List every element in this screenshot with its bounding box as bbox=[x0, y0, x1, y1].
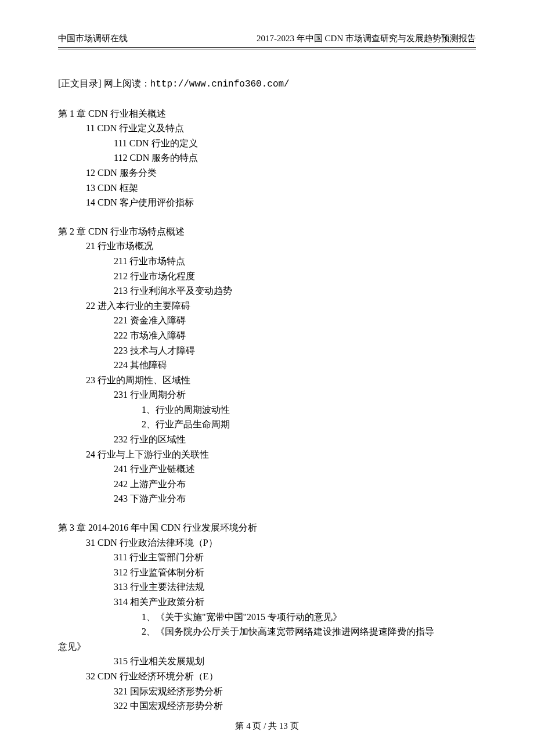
toc-entry: 241 行业产业链概述 bbox=[114, 462, 476, 477]
footer-prefix: 第 bbox=[235, 721, 246, 730]
toc-chapter: 第 2 章 CDN 行业市场特点概述21 行业市场概况211 行业市场特点212… bbox=[58, 224, 476, 506]
toc-entry: 13 CDN 框架 bbox=[86, 181, 476, 196]
toc-chapter-title: 第 1 章 CDN 行业相关概述 bbox=[58, 106, 476, 121]
toc-entry: 1、《关于实施"宽带中国"2015 专项行动的意见》 bbox=[142, 610, 476, 625]
page-header: 中国市场调研在线 2017-2023 年中国 CDN 市场调查研究与发展趋势预测… bbox=[58, 31, 476, 46]
toc-entry: 1、行业的周期波动性 bbox=[142, 402, 476, 417]
footer-total-pages: 13 bbox=[279, 721, 288, 730]
toc-entry: 意见》 bbox=[58, 639, 476, 654]
intro-label: [正文目录] 网上阅读： bbox=[58, 78, 150, 88]
intro-url[interactable]: http://www.cninfo360.com/ bbox=[150, 79, 290, 89]
toc-entry: 32 CDN 行业经济环境分析（E） bbox=[86, 669, 476, 684]
toc-entry: 211 行业市场特点 bbox=[114, 254, 476, 269]
toc-entry: 2、《国务院办公厅关于加快高速宽带网络建设推进网络提速降费的指导 bbox=[142, 624, 476, 639]
toc-entry: 213 行业利润水平及变动趋势 bbox=[114, 283, 476, 298]
toc-container: 第 1 章 CDN 行业相关概述11 CDN 行业定义及特点111 CDN 行业… bbox=[58, 106, 476, 714]
header-rule-thin bbox=[58, 49, 476, 49]
toc-entry: 212 行业市场化程度 bbox=[114, 269, 476, 284]
footer-current-page: 4 bbox=[246, 721, 251, 730]
toc-entry: 322 中国宏观经济形势分析 bbox=[114, 699, 476, 714]
toc-entry: 2、行业产品生命周期 bbox=[142, 417, 476, 432]
toc-entry: 22 进入本行业的主要障碍 bbox=[86, 298, 476, 314]
intro-line: [正文目录] 网上阅读：http://www.cninfo360.com/ bbox=[58, 76, 476, 92]
toc-entry: 12 CDN 服务分类 bbox=[86, 165, 476, 181]
toc-entry: 31 CDN 行业政治法律环境（P） bbox=[86, 535, 476, 550]
toc-entry: 11 CDN 行业定义及特点 bbox=[86, 121, 476, 136]
toc-entry: 242 上游产业分布 bbox=[114, 477, 476, 492]
toc-entry: 232 行业的区域性 bbox=[114, 432, 476, 447]
toc-entry: 222 市场准入障碍 bbox=[114, 328, 476, 343]
toc-entry: 21 行业市场概况 bbox=[86, 239, 476, 254]
toc-chapter-title: 第 3 章 2014-2016 年中国 CDN 行业发展环境分析 bbox=[58, 520, 476, 535]
page-footer: 第 4 页 / 共 13 页 bbox=[0, 719, 534, 733]
toc-entry: 311 行业主管部门分析 bbox=[114, 550, 476, 565]
footer-mid: 页 / 共 bbox=[251, 721, 279, 730]
toc-entry: 221 资金准入障碍 bbox=[114, 313, 476, 328]
header-left: 中国市场调研在线 bbox=[58, 31, 128, 45]
toc-entry: 111 CDN 行业的定义 bbox=[114, 136, 476, 151]
toc-entry: 14 CDN 客户使用评价指标 bbox=[86, 195, 476, 210]
toc-entry: 224 其他障碍 bbox=[114, 358, 476, 373]
footer-suffix: 页 bbox=[288, 721, 299, 730]
page: 中国市场调研在线 2017-2023 年中国 CDN 市场调查研究与发展趋势预测… bbox=[0, 0, 534, 756]
toc-entry: 315 行业相关发展规划 bbox=[114, 654, 476, 669]
toc-entry: 24 行业与上下游行业的关联性 bbox=[86, 447, 476, 462]
content: [正文目录] 网上阅读：http://www.cninfo360.com/ 第 … bbox=[58, 76, 476, 714]
toc-entry: 231 行业周期分析 bbox=[114, 387, 476, 402]
toc-entry: 314 相关产业政策分析 bbox=[114, 595, 476, 610]
toc-entry: 313 行业主要法律法规 bbox=[114, 579, 476, 595]
toc-chapter: 第 1 章 CDN 行业相关概述11 CDN 行业定义及特点111 CDN 行业… bbox=[58, 106, 476, 210]
header-rule-thick bbox=[58, 47, 476, 48]
toc-entry: 243 下游产业分布 bbox=[114, 491, 476, 506]
toc-entry: 223 技术与人才障碍 bbox=[114, 343, 476, 358]
toc-entry: 321 国际宏观经济形势分析 bbox=[114, 684, 476, 699]
toc-chapter-title: 第 2 章 CDN 行业市场特点概述 bbox=[58, 224, 476, 239]
header-right: 2017-2023 年中国 CDN 市场调查研究与发展趋势预测报告 bbox=[257, 31, 476, 45]
toc-entry: 312 行业监管体制分析 bbox=[114, 565, 476, 580]
toc-entry: 112 CDN 服务的特点 bbox=[114, 150, 476, 165]
toc-entry: 23 行业的周期性、区域性 bbox=[86, 373, 476, 388]
toc-chapter: 第 3 章 2014-2016 年中国 CDN 行业发展环境分析31 CDN 行… bbox=[58, 520, 476, 714]
